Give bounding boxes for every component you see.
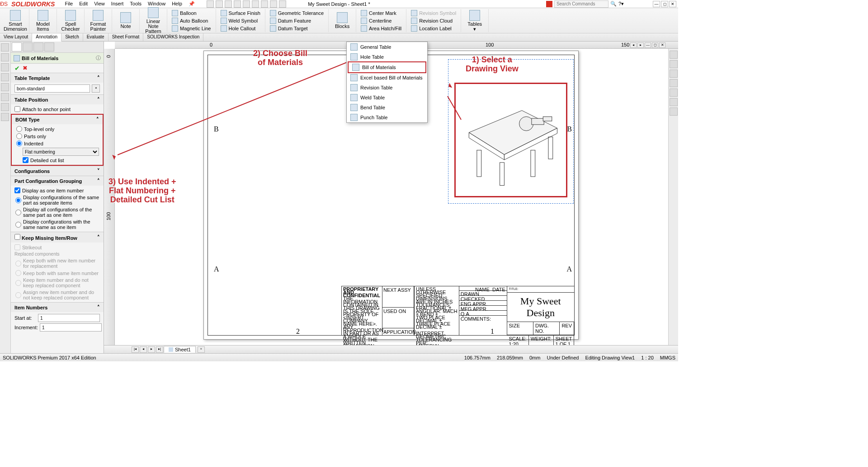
tab-sw-inspection[interactable]: SOLIDWORKS Inspection xyxy=(143,33,203,41)
keep-missing-checkbox[interactable] xyxy=(14,234,20,240)
graphics-area[interactable]: 0 50 100 150 0 100 ◂ ▸ — ◻ ✕ B B A A 2 1 xyxy=(104,42,678,353)
qat-rebuild-icon[interactable] xyxy=(261,0,268,8)
detailed-cut-list-checkbox[interactable] xyxy=(23,157,28,163)
qat-open-icon[interactable] xyxy=(216,0,223,8)
sec-part-config-grouping[interactable]: Part Configuration Grouping˄ xyxy=(11,176,104,186)
surface-finish-button[interactable]: Surface Finish xyxy=(219,9,262,17)
menu-hole-table[interactable]: Hole Table xyxy=(347,52,427,62)
spell-checker-button[interactable]: Spell Checker xyxy=(60,10,81,32)
menu-bend-table[interactable]: Bend Table xyxy=(347,103,427,112)
sheet-nav-prev[interactable]: ◂ xyxy=(140,346,147,353)
help-icon[interactable]: ?▾ xyxy=(618,1,624,7)
menu-pin-icon[interactable]: 📌 xyxy=(186,0,198,8)
qat-new-icon[interactable] xyxy=(207,0,214,8)
start-at-input[interactable] xyxy=(38,314,100,322)
tp-icon-5[interactable] xyxy=(670,89,678,97)
auto-balloon-button[interactable]: Auto Balloon xyxy=(170,17,213,24)
tp-icon-4[interactable] xyxy=(670,79,678,87)
menu-revision-table[interactable]: Revision Table xyxy=(347,83,427,93)
sec-bom-type[interactable]: BOM Type˄ xyxy=(12,115,103,124)
menu-excel-bom[interactable]: Excel based Bill of Materials xyxy=(347,73,427,83)
tp-icon-6[interactable] xyxy=(670,98,678,106)
smart-dimension-button[interactable]: Smart Dimension xyxy=(5,10,26,32)
lt-icon-8[interactable] xyxy=(1,113,9,121)
magnetic-line-button[interactable]: Magnetic Line xyxy=(170,25,213,32)
tp-icon-1[interactable] xyxy=(670,51,678,59)
menu-insert[interactable]: Insert xyxy=(108,0,127,8)
menu-punch-table[interactable]: Punch Table xyxy=(347,112,427,122)
display-one-item-checkbox[interactable] xyxy=(14,187,20,193)
close-button[interactable]: ✕ xyxy=(669,1,676,7)
radio-indented[interactable] xyxy=(16,140,22,146)
format-painter-button[interactable]: Format Painter xyxy=(87,10,109,32)
browse-template-icon[interactable]: ⋆ xyxy=(92,84,100,93)
area-hatch-button[interactable]: Area Hatch/Fill xyxy=(359,25,403,32)
mdi-next-icon[interactable]: ▸ xyxy=(637,42,644,48)
lt-icon-6[interactable] xyxy=(1,93,9,101)
qat-print-icon[interactable] xyxy=(234,0,241,8)
pm-tab-2-icon[interactable] xyxy=(23,42,33,51)
qat-settings-icon[interactable] xyxy=(279,0,286,8)
mdi-min-icon[interactable]: — xyxy=(645,42,651,48)
minimize-button[interactable]: — xyxy=(653,1,660,7)
increment-input[interactable] xyxy=(40,323,102,332)
location-label-button[interactable]: Location Label xyxy=(409,25,458,32)
maximize-button[interactable]: ◻ xyxy=(661,1,668,7)
sheet-tab-1[interactable]: Sheet1 xyxy=(164,346,196,353)
blocks-button[interactable]: Blocks xyxy=(331,12,353,29)
lt-icon-7[interactable] xyxy=(1,103,9,111)
tab-evaluate[interactable]: Evaluate xyxy=(83,33,108,41)
centerline-button[interactable]: Centerline xyxy=(359,17,403,24)
pm-help-icon[interactable]: ⓘ xyxy=(96,55,101,61)
menu-general-table[interactable]: General Table xyxy=(347,42,427,52)
tables-button[interactable]: Tables▾ xyxy=(464,10,486,32)
tab-annotation[interactable]: Annotation xyxy=(32,33,61,42)
template-input[interactable] xyxy=(14,84,90,93)
qat-select-icon[interactable] xyxy=(252,0,259,8)
revision-cloud-button[interactable]: Revision Cloud xyxy=(409,17,458,24)
menu-file[interactable]: File xyxy=(62,0,75,8)
sheet-nav-first[interactable]: |◂ xyxy=(132,346,139,353)
status-units[interactable]: MMGS xyxy=(660,355,675,360)
qat-options-icon[interactable] xyxy=(270,0,277,8)
center-mark-button[interactable]: Center Mark xyxy=(359,9,403,17)
sec-item-numbers[interactable]: Item Numbers˄ xyxy=(11,303,104,312)
pm-tab-feature-icon[interactable] xyxy=(12,42,22,51)
revision-symbol-button[interactable]: Revision Symbol xyxy=(409,9,458,17)
tab-view-layout[interactable]: View Layout xyxy=(0,33,32,41)
model-items-button[interactable]: Model Items xyxy=(32,10,54,32)
lt-icon-1[interactable] xyxy=(1,43,9,51)
lt-icon-2[interactable] xyxy=(1,53,9,61)
datum-feature-button[interactable]: Datum Feature xyxy=(268,17,326,24)
menu-tools[interactable]: Tools xyxy=(127,0,144,8)
radio-top-level[interactable] xyxy=(16,126,22,132)
linear-note-pattern-button[interactable]: Linear Note Pattern xyxy=(142,7,164,34)
tp-icon-2[interactable] xyxy=(670,60,678,68)
radio-pcg-2[interactable] xyxy=(15,210,21,215)
pm-ok-button[interactable]: ✔ xyxy=(14,65,20,72)
pm-cancel-button[interactable]: ✖ xyxy=(23,65,28,72)
sec-configurations[interactable]: Configurations˅ xyxy=(11,166,104,176)
lt-icon-3[interactable] xyxy=(1,63,9,71)
sec-table-position[interactable]: Table Position˄ xyxy=(11,95,104,104)
radio-pcg-1[interactable] xyxy=(15,197,21,203)
menu-help[interactable]: Help xyxy=(169,0,185,8)
weld-symbol-button[interactable]: Weld Symbol xyxy=(219,17,262,24)
qat-save-icon[interactable] xyxy=(225,0,232,8)
sheet-nav-next[interactable]: ▸ xyxy=(148,346,155,353)
search-icon[interactable]: 🔍 xyxy=(610,1,617,7)
search-input[interactable] xyxy=(554,0,609,8)
sheet-add[interactable]: + xyxy=(198,346,205,353)
sec-keep-missing[interactable]: Keep Missing Item/Row˄ xyxy=(11,232,104,243)
tab-sheet-format[interactable]: Sheet Format xyxy=(108,33,144,41)
tp-icon-7[interactable] xyxy=(670,107,678,116)
search-flag-icon[interactable] xyxy=(546,1,552,7)
menu-bill-of-materials[interactable]: Bill of Materials xyxy=(348,61,426,73)
attach-anchor-checkbox[interactable] xyxy=(14,106,20,112)
mdi-close-icon[interactable]: ✕ xyxy=(659,42,665,48)
qat-undo-icon[interactable] xyxy=(243,0,250,8)
tp-icon-3[interactable] xyxy=(670,70,678,78)
sheet-nav-last[interactable]: ▸| xyxy=(156,346,163,353)
datum-target-button[interactable]: Datum Target xyxy=(268,25,326,32)
hole-callout-button[interactable]: Hole Callout xyxy=(219,25,262,32)
